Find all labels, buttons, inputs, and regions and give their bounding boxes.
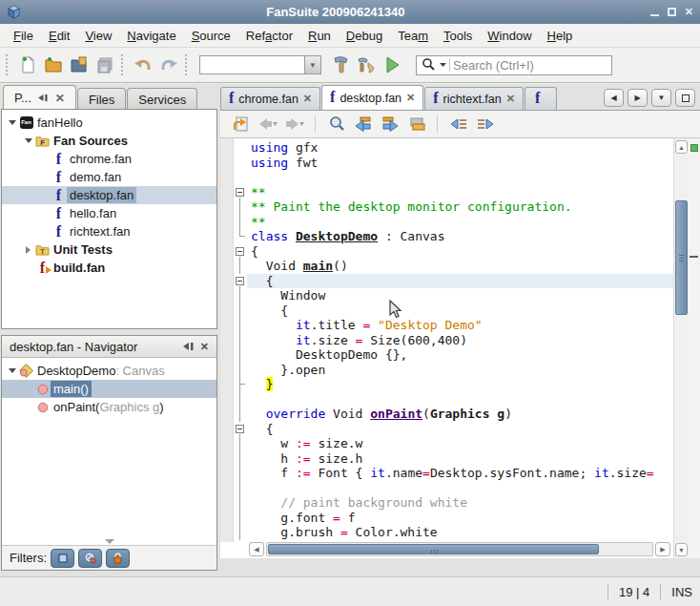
open-project-button[interactable] — [66, 52, 92, 78]
tab-list-dropdown-button[interactable]: ▼ — [651, 89, 671, 107]
tree-item-chrome-fan[interactable]: fchrome.fan — [2, 150, 216, 168]
scroll-tabs-right-button[interactable]: ▶ — [628, 89, 648, 107]
redo-button[interactable] — [155, 52, 181, 78]
code-line-9[interactable]: Void main() — [234, 259, 673, 274]
tree-item-build-fan[interactable]: fbuild.fan — [2, 259, 216, 277]
back-button[interactable] — [256, 113, 279, 136]
menu-view[interactable]: View — [77, 26, 119, 46]
filter-show-non-public-button[interactable] — [78, 549, 102, 568]
close-panel-icon[interactable]: ✕ — [55, 92, 65, 105]
tree-item-unit-tests[interactable]: TUnit Tests — [2, 240, 216, 259]
tab-services[interactable]: Services — [127, 88, 197, 110]
scroll-tabs-left-button[interactable]: ◀ — [604, 89, 624, 107]
tab-close-icon[interactable]: ✕ — [506, 94, 515, 104]
editor-tab-richtext-fan[interactable]: frichtext.fan✕ — [424, 87, 524, 110]
config-combobox[interactable]: ▼ — [199, 55, 321, 74]
tree-item-demo-fan[interactable]: fdemo.fan — [2, 168, 216, 186]
toggle-highlight-search-button[interactable] — [404, 113, 428, 136]
code-area[interactable]: using gfxusing fwt**** Paint the desktop… — [234, 140, 673, 542]
tree-item-fan-sources[interactable]: FFan Sources — [2, 132, 216, 150]
expander-open-icon[interactable] — [6, 368, 18, 373]
toolbar-handle[interactable] — [6, 54, 10, 75]
tab-files[interactable]: Files — [77, 88, 126, 110]
previous-occurrence-button[interactable] — [351, 113, 375, 136]
horizontal-scrollbar[interactable]: ◀ ▶ — [249, 542, 670, 557]
fold-collapse-box[interactable] — [236, 247, 244, 256]
minimize-panel-icon[interactable] — [38, 94, 49, 102]
expander-open-icon[interactable] — [22, 138, 34, 143]
new-file-button[interactable] — [14, 52, 40, 78]
forward-button[interactable] — [282, 113, 306, 136]
code-line-16[interactable]: }.open — [234, 363, 673, 378]
expander-closed-icon[interactable] — [22, 246, 34, 254]
fold-collapse-box[interactable] — [236, 277, 244, 285]
error-stripe[interactable] — [689, 138, 700, 558]
fold-box-icon[interactable] — [234, 244, 247, 260]
find-selection-button[interactable] — [324, 113, 348, 136]
filter-show-fields-button[interactable] — [51, 549, 74, 568]
tree-item-desktop-fan[interactable]: fdesktop.fan — [2, 186, 216, 204]
scroll-left-button[interactable]: ◀ — [249, 542, 264, 556]
code-line-22[interactable]: h := size.h — [234, 451, 673, 467]
clean-build-button[interactable] — [353, 52, 379, 78]
vertical-scroll-thumb[interactable] — [675, 200, 688, 315]
code-line-14[interactable]: it.size = Size(600,400) — [234, 333, 673, 348]
code-line-3[interactable] — [234, 170, 673, 185]
tab-close-icon[interactable]: ✕ — [406, 93, 415, 103]
code-line-2[interactable]: using fwt — [234, 156, 673, 171]
code-line-15[interactable]: DesktopDemo {}, — [234, 347, 673, 363]
menu-edit[interactable]: Edit — [41, 26, 77, 46]
code-line-7[interactable]: class DesktopDemo : Canvas — [234, 229, 673, 244]
fold-box-icon[interactable] — [234, 274, 247, 289]
new-project-button[interactable] — [40, 52, 66, 78]
vertical-scrollbar[interactable]: ▲ ▼ — [673, 138, 689, 558]
menu-team[interactable]: Team — [390, 26, 436, 46]
code-line-20[interactable]: { — [234, 422, 673, 437]
code-line-8[interactable]: { — [234, 244, 673, 260]
menu-tools[interactable]: Tools — [436, 26, 480, 46]
tree-item-fanhello[interactable]: FanfanHello — [2, 114, 216, 132]
fold-box-icon[interactable] — [234, 185, 247, 200]
code-line-10[interactable]: { — [234, 274, 673, 289]
save-all-button[interactable] — [92, 52, 117, 78]
editor-tab-partial[interactable]: f — [525, 87, 557, 110]
menu-debug[interactable]: Debug — [339, 26, 390, 46]
code-line-11[interactable]: Window — [234, 288, 673, 303]
code-line-4[interactable]: ** — [234, 185, 673, 200]
search-input[interactable]: Search (Ctrl+I) — [416, 55, 612, 75]
last-edit-location-button[interactable] — [229, 113, 253, 136]
undo-button[interactable] — [130, 52, 155, 78]
code-line-19[interactable]: override Void onPaint(Graphics g) — [234, 407, 673, 422]
maximize-button[interactable] — [668, 8, 676, 16]
nav-item-main[interactable]: main() — [2, 380, 216, 398]
nav-item-desktopdemo[interactable]: DesktopDemo: Canvas — [2, 362, 216, 380]
code-line-12[interactable]: { — [234, 303, 673, 319]
toolbar-handle[interactable] — [185, 54, 190, 75]
tab-close-icon[interactable]: ✕ — [303, 94, 312, 104]
tab-projects[interactable]: P...✕ — [3, 85, 76, 110]
code-line-21[interactable]: w := size.w — [234, 436, 673, 451]
splitter-grip-icon[interactable] — [105, 539, 114, 544]
code-line-5[interactable]: ** Paint the desktop monitor configurati… — [234, 199, 673, 215]
maximize-editor-button[interactable] — [675, 89, 695, 107]
build-project-button[interactable] — [327, 52, 353, 78]
editor-tab-desktop-fan[interactable]: fdesktop.fan✕ — [321, 85, 423, 110]
fold-collapse-box[interactable] — [236, 425, 244, 433]
code-line-23[interactable]: f := Font { it.name=Desktop.sysFont.name… — [234, 466, 673, 481]
code-line-24[interactable] — [234, 481, 673, 496]
next-occurrence-button[interactable] — [378, 113, 401, 136]
fold-box-icon[interactable] — [234, 422, 247, 437]
menu-navigate[interactable]: Navigate — [119, 26, 183, 46]
code-line-25[interactable]: // paint background white — [234, 495, 673, 511]
editor-tab-chrome-fan[interactable]: fchrome.fan✕ — [220, 87, 320, 110]
close-panel-icon[interactable]: ✕ — [200, 341, 209, 353]
filter-show-static-button[interactable] — [106, 549, 130, 568]
menu-refactor[interactable]: Refactor — [238, 26, 300, 46]
toolbar-handle[interactable] — [121, 54, 126, 75]
horizontal-scroll-thumb[interactable] — [268, 544, 599, 554]
menu-file[interactable]: File — [6, 26, 41, 46]
code-line-1[interactable]: using gfx — [234, 140, 673, 156]
code-line-27[interactable]: g.brush = Color.white — [234, 525, 673, 540]
scroll-up-button[interactable]: ▲ — [675, 140, 688, 154]
code-line-26[interactable]: g.font = f — [234, 511, 673, 526]
